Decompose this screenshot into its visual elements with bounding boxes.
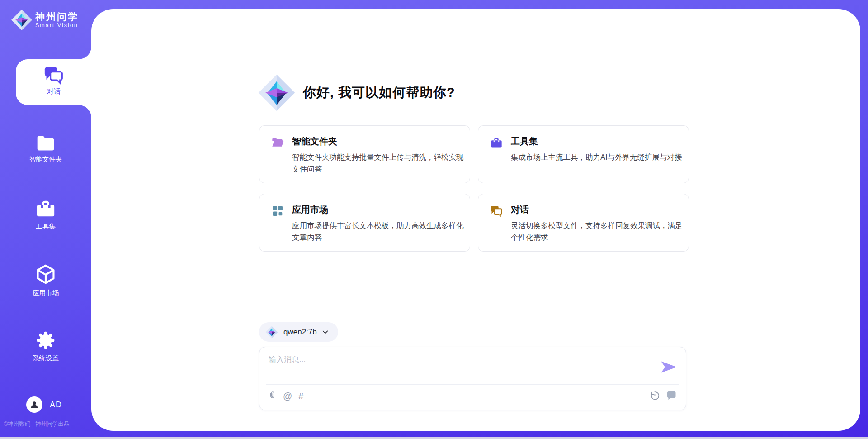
avatar[interactable]	[26, 396, 42, 413]
card-title: 工具集	[511, 135, 538, 148]
feedback-message-button[interactable]	[666, 390, 677, 402]
card-description: 灵活切换多模型文件，支持多样回复效果调试，满足个性化需求	[511, 220, 683, 243]
message-input[interactable]	[269, 354, 648, 380]
folder-icon	[36, 134, 56, 151]
feature-card-smart-folder[interactable]: 智能文件夹 智能文件夹功能支持批量文件上传与清洗，轻松实现文件问答	[259, 125, 470, 183]
attach-file-button[interactable]	[268, 390, 277, 402]
brand-logo: 神州问学 Smart Vision	[11, 9, 79, 31]
feature-card-chat[interactable]: 对话 灵活切换多模型文件，支持多样回复效果调试，满足个性化需求	[478, 194, 689, 252]
card-description: 集成市场上主流工具，助力AI与外界无缝扩展与对接	[511, 151, 683, 163]
greeting-block: 你好, 我可以如何帮助你?	[258, 72, 455, 113]
sidebar-item-label: 工具集	[0, 222, 91, 231]
toolbox-icon	[36, 199, 56, 218]
tab-corner-top	[79, 47, 91, 59]
card-title: 对话	[511, 204, 529, 216]
paperclip-icon	[268, 390, 277, 401]
user-profile[interactable]: AD	[26, 396, 62, 413]
chat-icon	[44, 66, 64, 85]
user-name: AD	[50, 400, 62, 410]
chat-icon	[490, 205, 503, 217]
chevron-down-icon	[321, 328, 329, 336]
brand-name-en: Smart Vision	[35, 22, 79, 29]
sidebar-item-settings[interactable]: 系统设置	[0, 331, 91, 363]
tab-corner-bottom	[79, 105, 91, 118]
sidebar-item-label: 应用市场	[0, 289, 91, 297]
history-icon	[649, 390, 660, 401]
model-name: qwen2:7b	[283, 328, 317, 337]
card-description: 智能文件夹功能支持批量文件上传与清洗，轻松实现文件问答	[292, 151, 464, 175]
copyright-text: ©神州数码 · 神州问学出品	[4, 420, 91, 428]
history-button[interactable]	[649, 390, 660, 402]
composer-divider	[266, 384, 679, 385]
hashtag-button[interactable]: #	[298, 391, 303, 401]
sidebar-item-label: 系统设置	[0, 354, 91, 363]
sidebar-item-app-market[interactable]: 应用市场	[0, 264, 91, 297]
sidebar-item-label: 智能文件夹	[0, 155, 91, 164]
folder-open-icon	[271, 136, 284, 149]
grid-icon	[271, 205, 284, 217]
sidebar: 神州问学 Smart Vision 对话 智能文件夹 工具集	[0, 0, 91, 439]
card-description: 应用市场提供丰富长文本模板，助力高效生成多样化文章内容	[292, 220, 464, 243]
brand-diamond-icon	[258, 72, 296, 113]
card-title: 应用市场	[292, 204, 328, 216]
sidebar-item-label: 对话	[16, 87, 92, 96]
gear-icon	[36, 331, 55, 350]
brand-name-cn: 神州问学	[35, 11, 79, 22]
window-bottom-edge	[0, 437, 868, 439]
cube-icon	[35, 264, 56, 285]
mention-button[interactable]: @	[283, 391, 292, 401]
sidebar-item-toolset[interactable]: 工具集	[0, 199, 91, 231]
feature-card-app-market[interactable]: 应用市场 应用市场提供丰富长文本模板，助力高效生成多样化文章内容	[259, 194, 470, 252]
person-icon	[29, 400, 39, 410]
model-logo-icon	[265, 325, 278, 339]
message-icon	[666, 390, 677, 401]
feature-card-toolset[interactable]: 工具集 集成市场上主流工具，助力AI与外界无缝扩展与对接	[478, 125, 689, 183]
card-title: 智能文件夹	[292, 135, 337, 148]
send-icon	[660, 361, 678, 373]
briefcase-icon	[490, 136, 503, 149]
message-composer: @ #	[259, 347, 686, 410]
model-selector[interactable]: qwen2:7b	[259, 322, 338, 342]
sidebar-item-smart-folder[interactable]: 智能文件夹	[0, 134, 91, 164]
page-title: 你好, 我可以如何帮助你?	[303, 84, 455, 102]
sidebar-item-chat[interactable]: 对话	[16, 59, 92, 105]
send-button[interactable]	[660, 361, 678, 373]
brand-diamond-icon	[11, 9, 33, 31]
